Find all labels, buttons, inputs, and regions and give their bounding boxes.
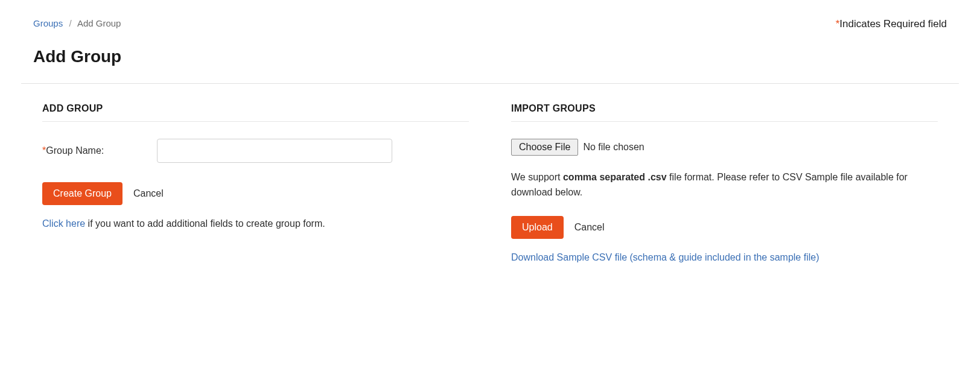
import-groups-section: IMPORT GROUPS Choose File No file chosen… xyxy=(502,103,947,263)
group-name-input[interactable] xyxy=(157,139,392,163)
support-pre: We support xyxy=(511,172,563,182)
group-name-label-text: Group Name: xyxy=(46,145,104,156)
divider xyxy=(21,83,959,84)
click-here-link[interactable]: Click here xyxy=(42,218,85,229)
required-field-note: *Indicates Required field xyxy=(836,18,947,30)
breadcrumb-root[interactable]: Groups xyxy=(33,18,63,28)
breadcrumb-separator: / xyxy=(69,18,71,28)
group-name-label: *Group Name: xyxy=(42,145,151,156)
file-format-note: We support comma separated .csv file for… xyxy=(511,170,938,200)
support-bold: comma separated .csv xyxy=(563,172,667,182)
additional-fields-helper: Click here if you want to add additional… xyxy=(42,216,469,232)
cancel-upload-button[interactable]: Cancel xyxy=(574,222,605,233)
upload-button[interactable]: Upload xyxy=(511,216,564,239)
add-group-heading: ADD GROUP xyxy=(42,103,469,122)
file-status: No file chosen xyxy=(583,142,644,153)
required-note-text: Indicates Required field xyxy=(839,18,947,30)
page-title: Add Group xyxy=(33,47,947,66)
cancel-button[interactable]: Cancel xyxy=(133,188,164,199)
import-groups-heading: IMPORT GROUPS xyxy=(511,103,938,122)
create-group-button[interactable]: Create Group xyxy=(42,182,122,205)
choose-file-button[interactable]: Choose File xyxy=(511,139,578,156)
helper-text-rest: if you want to add additional fields to … xyxy=(85,218,325,229)
add-group-section: ADD GROUP *Group Name: Create Group Canc… xyxy=(33,103,478,263)
breadcrumb-current: Add Group xyxy=(77,18,121,28)
download-sample-csv-link[interactable]: Download Sample CSV file (schema & guide… xyxy=(511,252,819,262)
breadcrumb: Groups / Add Group xyxy=(33,18,121,28)
